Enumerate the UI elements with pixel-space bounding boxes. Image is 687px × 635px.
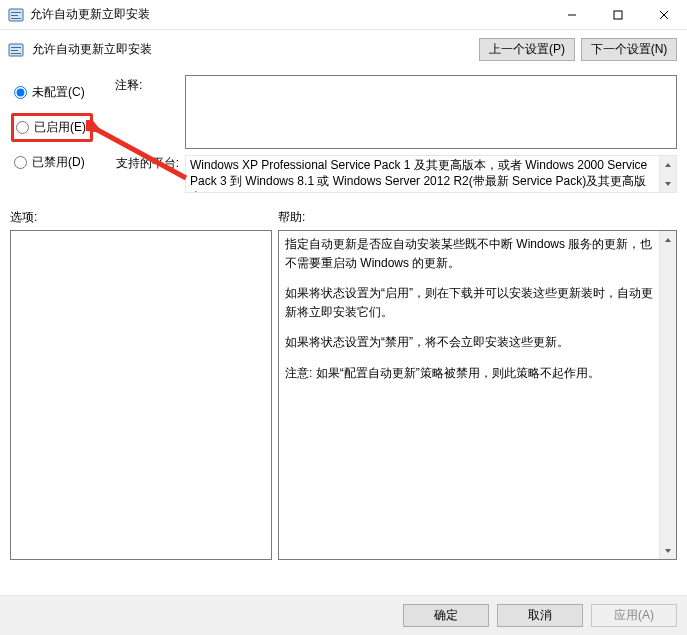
titlebar: 允许自动更新立即安装 <box>0 0 687 30</box>
window-title: 允许自动更新立即安装 <box>30 6 549 23</box>
help-content: 指定自动更新是否应自动安装某些既不中断 Windows 服务的更新，也不需要重启… <box>279 231 659 559</box>
comment-textarea[interactable] <box>185 75 677 149</box>
help-p1: 指定自动更新是否应自动安装某些既不中断 Windows 服务的更新，也不需要重启… <box>285 235 653 272</box>
help-p2: 如果将状态设置为“启用”，则在下载并可以安装这些更新装时，自动更新将立即安装它们… <box>285 284 653 321</box>
previous-setting-button[interactable]: 上一个设置(P) <box>479 38 575 61</box>
platforms-text: Windows XP Professional Service Pack 1 及… <box>186 156 659 192</box>
scroll-down-icon[interactable] <box>660 175 676 192</box>
cancel-button[interactable]: 取消 <box>497 604 583 627</box>
options-content <box>11 231 271 559</box>
help-pane: 指定自动更新是否应自动安装某些既不中断 Windows 服务的更新，也不需要重启… <box>278 230 677 560</box>
radio-disabled-label: 已禁用(D) <box>32 154 85 171</box>
radio-disabled-input[interactable] <box>14 156 27 169</box>
radio-enabled-input[interactable] <box>16 121 29 134</box>
next-setting-button[interactable]: 下一个设置(N) <box>581 38 677 61</box>
help-scrollbar[interactable] <box>659 231 676 559</box>
comment-label: 注释: <box>115 75 185 149</box>
ok-button[interactable]: 确定 <box>403 604 489 627</box>
platforms-box: Windows XP Professional Service Pack 1 及… <box>185 155 677 193</box>
maximize-button[interactable] <box>595 0 641 30</box>
platforms-label: 支持的平台: <box>115 155 185 193</box>
radio-enabled[interactable]: 已启用(E) <box>16 119 86 136</box>
help-p4: 注意: 如果“配置自动更新”策略被禁用，则此策略不起作用。 <box>285 364 653 383</box>
help-label: 帮助: <box>278 209 305 226</box>
help-p3: 如果将状态设置为“禁用”，将不会立即安装这些更新。 <box>285 333 653 352</box>
radio-not-configured-input[interactable] <box>14 86 27 99</box>
radio-not-configured-label: 未配置(C) <box>32 84 85 101</box>
options-pane <box>10 230 272 560</box>
window-icon <box>8 7 24 23</box>
scroll-down-icon[interactable] <box>660 542 676 559</box>
header: 允许自动更新立即安装 上一个设置(P) 下一个设置(N) <box>0 30 687 69</box>
radio-enabled-label: 已启用(E) <box>34 119 86 136</box>
scroll-up-icon[interactable] <box>660 231 676 248</box>
scroll-up-icon[interactable] <box>660 156 676 173</box>
radio-not-configured[interactable]: 未配置(C) <box>14 84 115 101</box>
radio-disabled[interactable]: 已禁用(D) <box>14 154 115 171</box>
page-title: 允许自动更新立即安装 <box>32 41 473 58</box>
policy-icon <box>8 42 24 58</box>
footer: 确定 取消 应用(A) <box>0 595 687 635</box>
svg-rect-1 <box>614 11 622 19</box>
platforms-scrollbar[interactable] <box>659 156 676 192</box>
minimize-button[interactable] <box>549 0 595 30</box>
apply-button[interactable]: 应用(A) <box>591 604 677 627</box>
close-button[interactable] <box>641 0 687 30</box>
highlight-box: 已启用(E) <box>11 113 93 142</box>
options-label: 选项: <box>10 209 278 226</box>
